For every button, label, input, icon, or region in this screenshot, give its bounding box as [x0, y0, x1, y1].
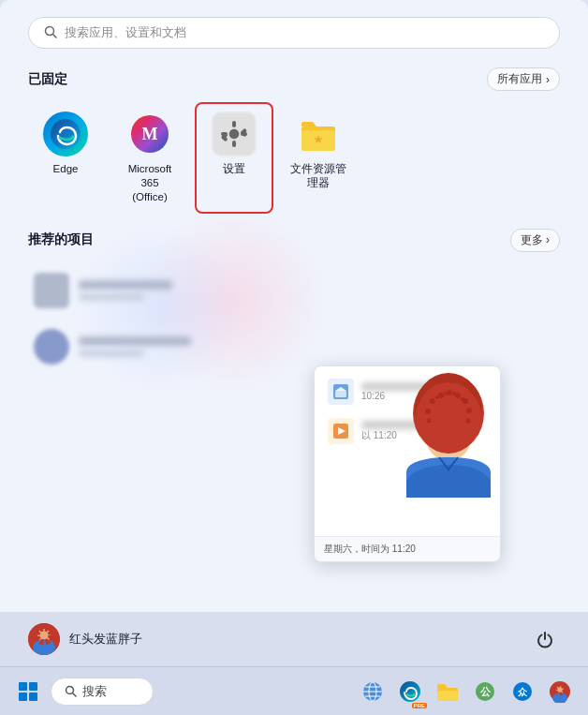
svg-rect-69 — [19, 693, 27, 701]
recommended-title: 推荐的项目 — [28, 231, 94, 248]
rec-sub-blur-1 — [79, 293, 144, 301]
svg-point-62 — [461, 397, 464, 401]
taskbar-edge-icon[interactable]: PRE — [393, 675, 427, 708]
popup-item-icon-2 — [328, 418, 354, 444]
rec-sub-blur-2 — [79, 350, 144, 357]
svg-point-50 — [430, 398, 435, 404]
recommended-item-1[interactable] — [28, 265, 560, 316]
svg-text:众: 众 — [517, 687, 528, 697]
settings-label: 设置 — [223, 162, 245, 176]
edge-label: Edge — [53, 162, 79, 176]
windows-button[interactable] — [11, 675, 45, 708]
recommended-header: 推荐的项目 更多 › — [28, 229, 560, 252]
edge-icon — [43, 112, 88, 156]
svg-point-56 — [425, 409, 431, 414]
svg-point-58 — [466, 419, 471, 424]
user-info[interactable]: 红头发蓝胖子 — [28, 623, 142, 655]
pinned-header: 已固定 所有应用 › — [28, 67, 560, 91]
taskbar-search-text: 搜索 — [82, 683, 107, 700]
svg-rect-80 — [437, 691, 458, 701]
svg-point-60 — [444, 392, 448, 395]
taskbar-search[interactable]: 搜索 — [51, 678, 154, 706]
svg-rect-70 — [29, 693, 37, 701]
svg-rect-68 — [29, 682, 37, 691]
avatar-illustration — [388, 365, 501, 498]
taskbar-icons: PRE 公 众 — [356, 675, 577, 708]
svg-rect-19 — [335, 391, 346, 397]
user-name: 红头发蓝胖子 — [69, 631, 142, 648]
search-placeholder: 搜索应用、设置和文档 — [65, 24, 186, 41]
recommended-item-2[interactable] — [28, 321, 560, 372]
popup-overlay: 10:26 以 11:20 星 — [314, 365, 501, 562]
taskbar-files-icon[interactable] — [431, 675, 464, 708]
svg-point-57 — [427, 419, 432, 424]
pinned-title: 已固定 — [28, 71, 67, 88]
search-icon — [44, 25, 57, 41]
search-bar[interactable]: 搜索应用、设置和文档 — [28, 17, 560, 49]
rec-text-1 — [79, 280, 172, 301]
user-bar: 红头发蓝胖子 — [0, 612, 588, 666]
all-apps-button[interactable]: 所有应用 › — [487, 67, 560, 91]
m365-icon: M — [127, 112, 172, 156]
taskbar-icon-5[interactable]: 众 — [506, 675, 539, 708]
svg-line-72 — [73, 693, 77, 697]
popup-item-icon-1 — [328, 379, 354, 405]
files-label: 文件资源管理器 — [287, 162, 350, 190]
edge-pre-badge: PRE — [412, 703, 427, 708]
svg-rect-8 — [232, 141, 236, 147]
svg-rect-7 — [232, 121, 236, 127]
settings-icon — [212, 112, 257, 156]
app-item-settings[interactable]: 设置 — [197, 104, 272, 212]
rec-icon-2 — [34, 329, 69, 365]
svg-point-59 — [435, 395, 439, 399]
svg-point-55 — [466, 408, 472, 413]
app-grid: Edge M — [28, 104, 560, 212]
svg-rect-67 — [19, 682, 27, 691]
rec-title-blur-2 — [79, 336, 191, 346]
taskbar-user-icon[interactable] — [543, 675, 577, 708]
svg-point-61 — [452, 392, 456, 395]
svg-text:M: M — [142, 125, 158, 143]
popup-footer: 星期六，时间为 11:20 — [315, 536, 500, 561]
taskbar-icon-4[interactable]: 公 — [468, 675, 502, 708]
power-button[interactable] — [530, 624, 560, 654]
taskbar-browser-icon[interactable] — [356, 675, 390, 708]
app-item-files[interactable]: 文件资源管理器 — [281, 104, 356, 212]
user-avatar — [28, 623, 60, 655]
rec-icon-1 — [34, 273, 69, 308]
svg-point-52 — [447, 390, 452, 395]
start-menu: 搜索应用、设置和文档 已固定 所有应用 › — [0, 0, 588, 715]
app-item-edge[interactable]: Edge — [28, 104, 103, 212]
rec-title-blur-1 — [79, 280, 172, 290]
pinned-section: 已固定 所有应用 › — [0, 58, 588, 212]
svg-point-6 — [229, 129, 239, 139]
taskbar: 搜索 — [0, 666, 588, 715]
svg-text:公: 公 — [479, 686, 492, 697]
svg-line-1 — [53, 34, 57, 37]
files-icon — [296, 112, 341, 156]
more-button[interactable]: 更多 › — [510, 229, 560, 252]
m365-label: Microsoft 365(Office) — [118, 162, 182, 204]
rec-text-2 — [79, 336, 191, 357]
app-item-m365[interactable]: M Microsoft 365(Office) — [112, 104, 187, 212]
